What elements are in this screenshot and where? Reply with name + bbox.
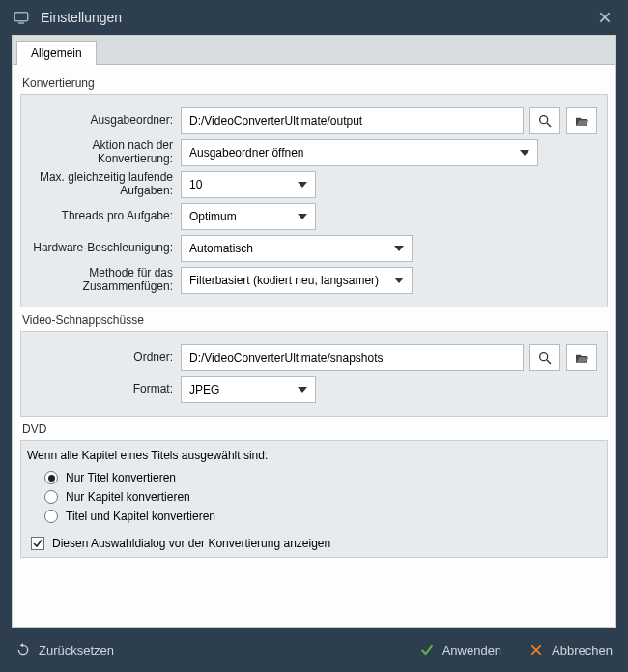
radio-label: Titel und Kapitel konvertieren (66, 510, 215, 523)
max-tasks-value: 10 (189, 178, 202, 191)
panel-conversion: Ausgabeordner: Aktion nach der Konvertie… (20, 94, 608, 307)
hwaccel-value: Automatisch (189, 242, 253, 255)
panel-dvd: Wenn alle Kapitel eines Titels ausgewähl… (20, 440, 608, 558)
panel-snapshots: Ordner: Format: JPEG (20, 331, 608, 417)
hwaccel-select[interactable]: Automatisch (181, 235, 413, 262)
hwaccel-label: Hardware-Beschleunigung: (31, 242, 181, 255)
chevron-down-icon (298, 214, 307, 219)
chevron-down-icon (394, 278, 404, 283)
snapshot-folder-search-button[interactable] (529, 344, 560, 371)
dvd-show-dialog-checkbox[interactable]: Diesen Auswahldialog vor der Konvertieru… (27, 534, 601, 553)
section-title-conversion: Konvertierung (20, 71, 608, 94)
apply-button[interactable]: Anwenden (419, 642, 501, 657)
output-folder-input[interactable] (181, 107, 524, 134)
snapshot-folder-browse-button[interactable] (566, 344, 597, 371)
checkbox-label: Diesen Auswahldialog vor der Konvertieru… (52, 537, 330, 550)
post-action-value: Ausgabeordner öffnen (189, 146, 304, 160)
close-icon (528, 642, 544, 657)
svg-point-3 (540, 353, 548, 361)
cancel-button[interactable]: Abbrechen (528, 642, 613, 657)
post-action-label: Aktion nach der Konvertierung: (31, 139, 181, 166)
merge-value: Filterbasiert (kodiert neu, langsamer) (189, 274, 379, 287)
threads-select[interactable]: Optimum (181, 203, 316, 230)
threads-label: Threads pro Aufgabe: (31, 210, 181, 223)
reset-button[interactable]: Zurücksetzen (15, 642, 114, 657)
svg-point-2 (540, 116, 548, 124)
svg-rect-1 (18, 22, 24, 24)
settings-body: Konvertierung Ausgabeordner: Aktion nach… (13, 65, 615, 568)
snapshot-folder-label: Ordner: (31, 351, 181, 365)
max-tasks-label: Max. gleichzeitig laufende Aufgaben: (31, 171, 181, 198)
dvd-radio-chapters-only[interactable]: Nur Kapitel konvertieren (27, 487, 601, 507)
output-folder-search-button[interactable] (529, 107, 560, 134)
max-tasks-select[interactable]: 10 (181, 171, 316, 198)
snapshot-format-value: JPEG (189, 383, 219, 396)
dvd-radio-both[interactable]: Titel und Kapitel konvertieren (27, 507, 601, 526)
radio-icon (44, 510, 58, 523)
output-folder-browse-button[interactable] (566, 107, 597, 134)
chevron-down-icon (394, 246, 404, 251)
chevron-down-icon (298, 182, 307, 188)
app-icon (12, 8, 31, 27)
chevron-down-icon (298, 387, 307, 393)
section-title-dvd: DVD (20, 417, 608, 440)
tabstrip: Allgemein (13, 36, 615, 65)
radio-icon (44, 490, 58, 504)
titlebar: Einstellungen (0, 0, 628, 35)
dvd-radio-title-only[interactable]: Nur Titel konvertieren (27, 468, 601, 487)
reset-icon (15, 642, 31, 657)
tab-general[interactable]: Allgemein (16, 41, 97, 65)
snapshot-format-label: Format: (31, 383, 181, 396)
check-icon (419, 642, 435, 657)
chevron-down-icon (520, 150, 529, 156)
reset-label: Zurücksetzen (39, 643, 114, 657)
content-area: Allgemein Konvertierung Ausgabeordner: A… (12, 35, 616, 628)
output-folder-label: Ausgabeordner: (31, 114, 181, 128)
radio-label: Nur Kapitel konvertieren (66, 490, 190, 504)
merge-select[interactable]: Filterbasiert (kodiert neu, langsamer) (181, 267, 413, 294)
radio-label: Nur Titel konvertieren (66, 471, 176, 484)
close-button[interactable] (593, 6, 616, 29)
radio-icon (44, 471, 58, 484)
snapshot-folder-input[interactable] (181, 344, 524, 371)
section-title-snapshots: Video-Schnappschüsse (20, 307, 608, 331)
checkbox-icon (31, 537, 44, 550)
cancel-label: Abbrechen (552, 643, 613, 657)
dvd-intro-text: Wenn alle Kapitel eines Titels ausgewähl… (27, 449, 601, 462)
apply-label: Anwenden (442, 643, 501, 657)
threads-value: Optimum (189, 210, 237, 223)
svg-rect-0 (14, 13, 28, 21)
post-action-select[interactable]: Ausgabeordner öffnen (181, 139, 538, 166)
snapshot-format-select[interactable]: JPEG (181, 376, 316, 403)
merge-label: Methode für das Zusammenfügen: (31, 267, 181, 294)
footer: Zurücksetzen Anwenden Abbrechen (0, 628, 628, 672)
window-title: Einstellungen (41, 10, 593, 25)
